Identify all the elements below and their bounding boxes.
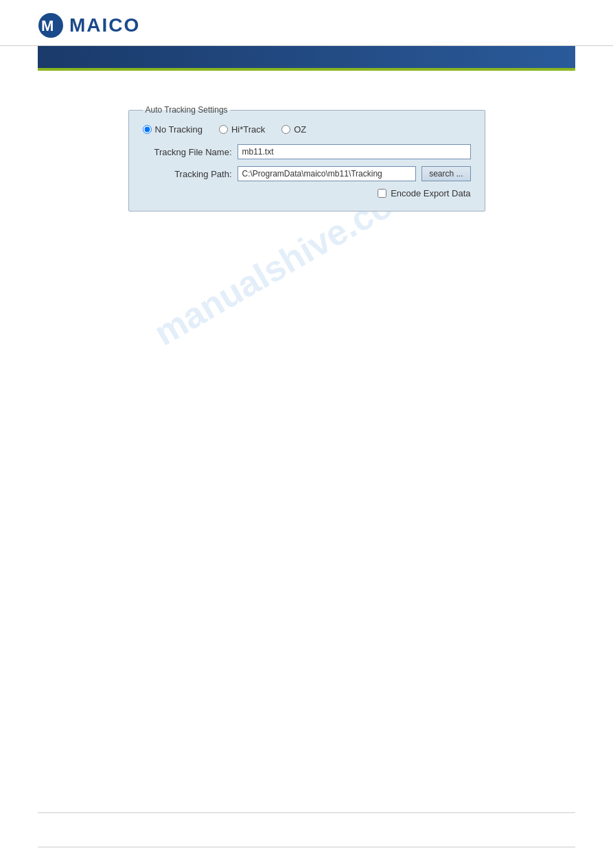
maico-logo-icon: M (38, 12, 64, 38)
tracking-path-input[interactable] (238, 166, 417, 181)
hi-track-group: Hi*Track (219, 124, 265, 135)
no-tracking-label: No Tracking (155, 124, 203, 135)
hi-track-radio[interactable] (219, 125, 228, 134)
logo-text: MAICO (69, 14, 140, 36)
tracking-mode-row: No Tracking Hi*Track OZ (143, 124, 471, 135)
oz-group: OZ (281, 124, 306, 135)
main-content: Auto Tracking Settings No Tracking Hi*Tr… (0, 71, 613, 246)
no-tracking-group: No Tracking (143, 124, 203, 135)
tracking-file-name-input[interactable] (238, 144, 471, 159)
tracking-file-name-row: Trackng File Name: (143, 144, 471, 159)
footer-line-1 (38, 812, 575, 813)
header: M MAICO (0, 0, 613, 46)
hi-track-label: Hi*Track (231, 124, 265, 135)
tracking-path-row: Tracking Path: search ... (143, 166, 471, 181)
oz-label: OZ (294, 124, 306, 135)
oz-radio[interactable] (281, 125, 290, 134)
logo-area: M MAICO (38, 12, 575, 38)
tracking-path-label: Tracking Path: (143, 169, 232, 179)
banner (38, 46, 575, 68)
no-tracking-radio[interactable] (143, 125, 152, 134)
search-button[interactable]: search ... (421, 166, 470, 181)
encode-export-checkbox[interactable] (378, 189, 386, 198)
encode-export-label: Encode Export Data (391, 188, 470, 198)
settings-legend: Auto Tracking Settings (143, 105, 231, 115)
footer-line-2 (38, 847, 575, 847)
auto-tracking-settings-box: Auto Tracking Settings No Tracking Hi*Tr… (128, 105, 485, 212)
svg-text:M: M (41, 17, 54, 34)
tracking-file-name-label: Trackng File Name: (143, 147, 232, 157)
encode-export-row: Encode Export Data (143, 188, 471, 198)
